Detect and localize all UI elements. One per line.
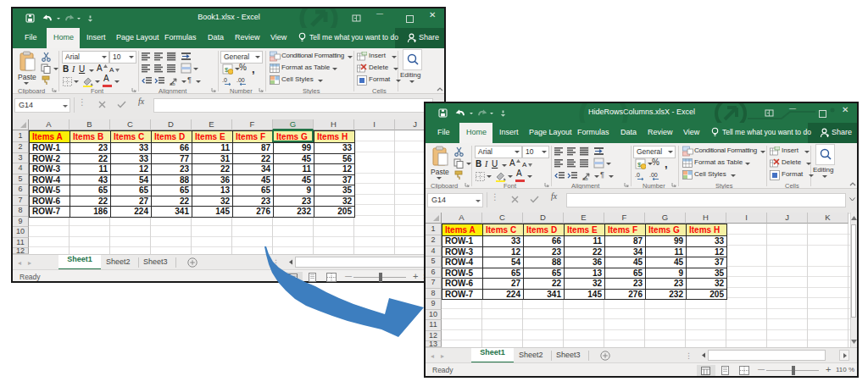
svg-text:.0: .0	[635, 172, 640, 178]
svg-text:ab: ab	[170, 81, 175, 86]
svg-text:.0: .0	[222, 77, 227, 83]
svg-text:.00: .00	[649, 172, 658, 178]
svg-text:ab: ab	[582, 176, 588, 181]
svg-text:.00: .00	[236, 77, 245, 83]
